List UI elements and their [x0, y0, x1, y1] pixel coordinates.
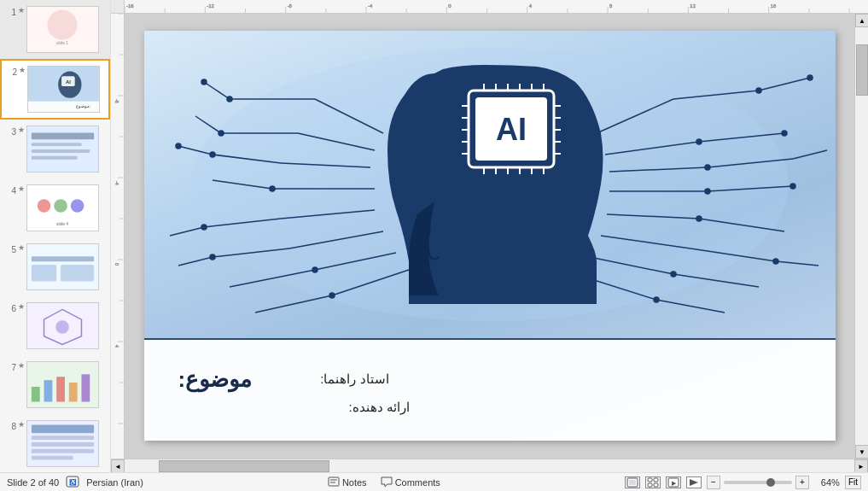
- app-container: 1 ★ slide 1 2 ★: [0, 0, 868, 491]
- slide-star-1: ★: [18, 6, 26, 15]
- slide-number-2: 2: [5, 67, 17, 77]
- slide-sorter-button[interactable]: [645, 476, 661, 488]
- slide-star-4: ★: [18, 184, 26, 193]
- slide-star-5: ★: [18, 243, 26, 252]
- svg-line-121: [759, 78, 810, 91]
- vscroll-down-button[interactable]: ▼: [855, 445, 868, 459]
- slide-presenter-text: ارائه دهنده:: [349, 400, 410, 415]
- svg-rect-183: [648, 483, 652, 487]
- slide-thumb-8: [26, 420, 99, 467]
- zoom-controls: − + 64%: [707, 476, 840, 489]
- svg-rect-29: [56, 377, 65, 401]
- slide-bottom-section: استاد راهنما: موضوع: ارائه دهنده: [144, 338, 836, 441]
- slide-number-8: 8: [4, 422, 16, 431]
- fit-button[interactable]: Fit: [845, 476, 861, 489]
- slide-item-5[interactable]: 5 ★: [0, 237, 110, 296]
- svg-point-16: [54, 199, 67, 213]
- slide-info: Slide 2 of 40: [7, 477, 59, 488]
- svg-point-101: [176, 143, 181, 149]
- hscroll-thumb[interactable]: [159, 460, 329, 472]
- svg-rect-31: [81, 374, 90, 401]
- reading-view-button[interactable]: ▶: [666, 476, 681, 488]
- slide-panel: 1 ★ slide 1 2 ★: [0, 0, 111, 472]
- hscroll-left-button[interactable]: ◄: [111, 459, 125, 472]
- vscroll-up-button[interactable]: ▲: [855, 14, 868, 27]
- svg-text:▶: ▶: [671, 480, 676, 486]
- slide-presenter-row: ارائه دهنده:: [144, 396, 836, 418]
- svg-point-134: [705, 189, 710, 194]
- svg-rect-22: [61, 265, 94, 282]
- notes-label: Notes: [342, 477, 367, 488]
- svg-point-131: [705, 165, 710, 170]
- ruler-horizontal: -16 -12 -8 -4 0 4 8: [125, 0, 854, 14]
- svg-text:-16: -16: [126, 3, 134, 8]
- slide-topic-text: موضوع:: [178, 366, 253, 393]
- slide-item-8[interactable]: 8 ★: [0, 414, 110, 472]
- zoom-slider-thumb[interactable]: [766, 478, 775, 487]
- svg-text:-4: -4: [114, 181, 119, 185]
- svg-text:-6: -6: [114, 99, 119, 103]
- svg-text:0: 0: [114, 263, 119, 266]
- svg-point-123: [807, 75, 813, 80]
- slide-star-3: ★: [18, 126, 26, 134]
- zoom-out-button[interactable]: −: [707, 476, 720, 489]
- slide-number-5: 5: [4, 245, 16, 254]
- main-area: 1 ★ slide 1 2 ★: [0, 0, 868, 472]
- svg-point-145: [671, 272, 676, 277]
- slide-item-4[interactable]: 4 ★ slide 4: [0, 178, 110, 237]
- slide-viewport[interactable]: AI: [125, 14, 854, 459]
- slide-item-1[interactable]: 1 ★ slide 1: [0, 0, 110, 59]
- svg-line-107: [170, 227, 204, 236]
- slide-number-1: 1: [4, 8, 16, 17]
- slide-editor: -6 -4 0 4: [111, 14, 868, 459]
- svg-line-141: [776, 261, 818, 266]
- slide-item-6[interactable]: 6 ★: [0, 296, 110, 355]
- svg-rect-28: [44, 380, 53, 401]
- notes-icon: [328, 476, 340, 488]
- svg-point-92: [201, 79, 207, 85]
- svg-line-147: [656, 300, 725, 313]
- comments-label: Comments: [395, 477, 440, 488]
- slide-item-2[interactable]: 2 ★ AI موضوع:: [0, 59, 110, 120]
- editor-area: -16 -12 -8 -4 0 4 8: [111, 0, 868, 472]
- svg-line-95: [195, 116, 221, 133]
- slide-number-3: 3: [4, 127, 16, 137]
- zoom-percent[interactable]: 64%: [813, 477, 840, 488]
- svg-point-17: [71, 199, 84, 213]
- slide-item-7[interactable]: 7 ★: [0, 355, 110, 414]
- svg-rect-37: [32, 456, 73, 460]
- normal-view-button[interactable]: [625, 476, 640, 488]
- zoom-slider[interactable]: [724, 481, 792, 484]
- svg-rect-10: [32, 132, 94, 139]
- comments-button[interactable]: Comments: [381, 476, 440, 488]
- vscroll-thumb[interactable]: [856, 44, 868, 96]
- svg-rect-35: [32, 442, 94, 447]
- svg-rect-30: [69, 383, 78, 401]
- svg-line-117: [255, 295, 332, 313]
- notes-button[interactable]: Notes: [328, 476, 367, 488]
- slide-star-8: ★: [18, 420, 26, 429]
- svg-text:AI: AI: [496, 112, 527, 147]
- language-label: Persian (Iran): [86, 477, 143, 488]
- status-right: ▶ − + 64% Fit: [625, 476, 861, 489]
- slide-number-6: 6: [4, 304, 16, 313]
- zoom-in-button[interactable]: +: [795, 476, 809, 489]
- presenter-label: ارائه دهنده:: [349, 400, 410, 414]
- svg-point-127: [782, 131, 787, 136]
- hscroll-right-button[interactable]: ►: [854, 459, 868, 472]
- status-bar: Slide 2 of 40 ♿ Persian (Iran) Notes: [0, 472, 868, 491]
- slideshow-button[interactable]: [686, 476, 702, 488]
- topic-label: موضوع:: [178, 366, 253, 392]
- hscroll-track[interactable]: [125, 459, 854, 472]
- slide-thumb-4: slide 4: [26, 184, 99, 231]
- slide-item-3[interactable]: 3 ★: [0, 120, 110, 178]
- svg-text:4: 4: [114, 345, 119, 348]
- vscroll-track[interactable]: [855, 27, 868, 445]
- status-center: Notes Comments: [328, 476, 440, 488]
- svg-rect-182: [654, 478, 658, 482]
- accessibility-icon[interactable]: ♿: [66, 476, 79, 489]
- svg-rect-13: [32, 156, 78, 160]
- svg-line-90: [204, 82, 230, 99]
- ruler-vertical: -6 -4 0 4: [111, 14, 125, 459]
- vertical-scrollbar: ▲ ▼: [854, 14, 868, 459]
